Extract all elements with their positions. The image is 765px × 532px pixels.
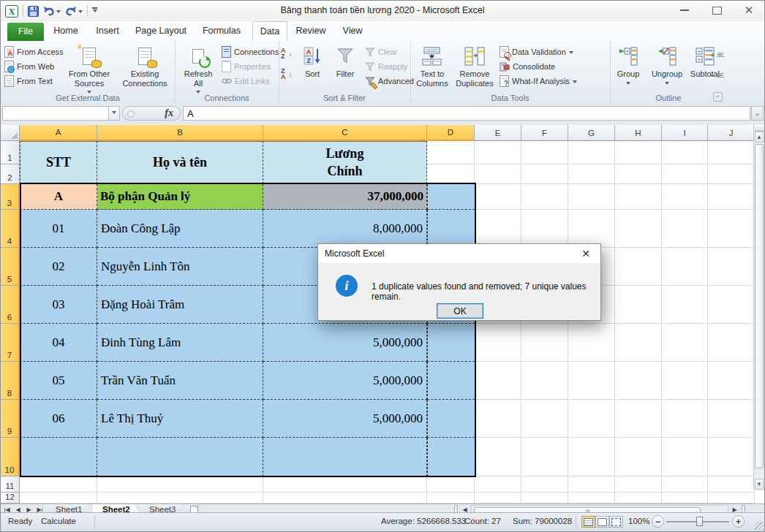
select-all-corner[interactable] bbox=[1, 125, 20, 141]
cell-A7[interactable]: 04 bbox=[20, 324, 97, 362]
cell-D3[interactable] bbox=[427, 184, 475, 210]
cell-C7[interactable]: 5,000,000 bbox=[263, 324, 427, 362]
tab-page-layout[interactable]: Page Layout bbox=[129, 21, 192, 40]
cell-C10[interactable] bbox=[263, 438, 427, 476]
cell-A1-header[interactable]: STT bbox=[20, 141, 97, 184]
zoom-in-button[interactable]: + bbox=[732, 515, 745, 528]
vertical-split-handle[interactable] bbox=[755, 125, 764, 132]
row-header-6[interactable]: 6 bbox=[1, 286, 20, 324]
row-header-2[interactable]: 2 bbox=[1, 164, 20, 184]
sort-button[interactable]: AZ Sort bbox=[298, 44, 327, 99]
column-header-J[interactable]: J bbox=[708, 125, 755, 141]
filter-button[interactable]: Filter bbox=[330, 44, 361, 99]
cell-A8[interactable]: 05 bbox=[20, 362, 97, 400]
cell-A5[interactable]: 02 bbox=[20, 248, 97, 286]
tab-file[interactable]: File bbox=[7, 23, 44, 41]
maximize-button[interactable] bbox=[709, 4, 725, 17]
cell-D8[interactable] bbox=[427, 362, 475, 400]
worksheet-grid[interactable]: STT Họ và tên Lương Chính ABộ phận Quản … bbox=[20, 141, 755, 503]
cell-D10[interactable] bbox=[427, 438, 475, 476]
column-header-I[interactable]: I bbox=[662, 125, 708, 141]
tab-review[interactable]: Review bbox=[292, 21, 330, 40]
column-header-E[interactable]: E bbox=[475, 125, 521, 141]
resize-grip[interactable] bbox=[755, 522, 764, 531]
tab-data[interactable]: Data bbox=[252, 21, 287, 42]
scroll-down-button[interactable]: ▼ bbox=[755, 479, 764, 490]
cell-B7[interactable]: Đinh Tùng Lâm bbox=[97, 324, 263, 362]
dialog-close-button[interactable]: ✕ bbox=[571, 244, 600, 263]
cell-C4[interactable]: 8,000,000 bbox=[263, 210, 427, 248]
cell-A9[interactable]: 06 bbox=[20, 400, 97, 438]
tab-insert[interactable]: Insert bbox=[90, 21, 125, 40]
reapply-filter-button[interactable]: Reapply bbox=[365, 60, 407, 73]
from-text-button[interactable]: From Text bbox=[4, 75, 53, 88]
status-calculate[interactable]: Calculate bbox=[41, 517, 76, 525]
cell-D9[interactable] bbox=[427, 400, 475, 438]
cell-C3[interactable]: 37,000,000 bbox=[263, 184, 427, 210]
cell-D4[interactable] bbox=[427, 210, 475, 248]
outline-dialog-launcher[interactable]: ⌐ bbox=[713, 92, 723, 102]
cell-B9[interactable]: Lê Thị Thuỷ bbox=[97, 400, 263, 438]
dialog-ok-button[interactable]: OK bbox=[437, 303, 483, 319]
row-header-8[interactable]: 8 bbox=[1, 362, 20, 400]
consolidate-button[interactable]: Consolidate bbox=[500, 60, 555, 73]
zoom-slider-thumb[interactable] bbox=[696, 517, 703, 526]
close-button[interactable]: ✕ bbox=[741, 4, 757, 17]
vertical-scrollbar[interactable]: ▲ ▼ bbox=[753, 125, 764, 490]
column-header-B[interactable]: B bbox=[97, 125, 263, 141]
clear-filter-button[interactable]: Clear bbox=[365, 45, 397, 58]
tab-home[interactable]: Home bbox=[49, 21, 83, 40]
minimize-button[interactable] bbox=[677, 4, 693, 17]
tab-view[interactable]: View bbox=[336, 21, 369, 40]
what-if-analysis-button[interactable]: ? What-If Analysis bbox=[500, 75, 577, 88]
insert-function-button[interactable]: fx bbox=[122, 106, 181, 121]
vertical-scroll-thumb[interactable] bbox=[755, 144, 764, 468]
tab-formulas[interactable]: Formulas bbox=[195, 21, 248, 40]
properties-button[interactable]: Properties bbox=[222, 60, 271, 73]
cell-C1-header[interactable]: Lương Chính bbox=[263, 141, 427, 184]
column-header-D[interactable]: D bbox=[427, 125, 475, 141]
row-header-7[interactable]: 7 bbox=[1, 324, 20, 362]
from-access-button[interactable]: A From Access bbox=[4, 45, 64, 58]
data-validation-button[interactable]: Data Validation bbox=[500, 45, 573, 58]
row-header-4[interactable]: 4 bbox=[1, 210, 20, 248]
advanced-filter-button[interactable]: Advanced bbox=[365, 75, 414, 88]
name-box-dropdown[interactable] bbox=[109, 106, 120, 121]
cell-B8[interactable]: Trần Văn Tuấn bbox=[97, 362, 263, 400]
cell-D7[interactable] bbox=[427, 324, 475, 362]
normal-view-button[interactable] bbox=[581, 516, 595, 528]
row-header-12[interactable]: 12 bbox=[1, 493, 20, 503]
hide-detail-button[interactable]: − bbox=[710, 69, 724, 82]
row-header-1[interactable]: 1 bbox=[1, 141, 20, 164]
connections-button[interactable]: Connections bbox=[222, 45, 279, 58]
page-layout-view-button[interactable] bbox=[595, 516, 609, 528]
from-other-sources-button[interactable]: ✳ From Other Sources bbox=[65, 44, 113, 99]
ungroup-button[interactable]: Ungroup bbox=[648, 44, 686, 99]
page-break-view-button[interactable] bbox=[609, 516, 623, 528]
cell-C9[interactable]: 5,000,000 bbox=[263, 400, 427, 438]
column-header-A[interactable]: A bbox=[20, 125, 97, 141]
cell-B6[interactable]: Đặng Hoài Trâm bbox=[97, 286, 263, 324]
show-detail-button[interactable]: + bbox=[710, 48, 724, 61]
cell-B1-header[interactable]: Họ và tên bbox=[97, 141, 263, 184]
sort-z-to-a-button[interactable]: ZA↓ bbox=[281, 67, 293, 80]
cell-B4[interactable]: Đoàn Công Lập bbox=[97, 210, 263, 248]
remove-duplicates-button[interactable]: Remove Duplicates bbox=[454, 44, 495, 99]
column-header-C[interactable]: C bbox=[263, 125, 427, 141]
cell-A6[interactable]: 03 bbox=[20, 286, 97, 324]
row-header-11[interactable]: 11 bbox=[1, 476, 20, 493]
cell-A3[interactable]: A bbox=[20, 184, 97, 210]
text-to-columns-button[interactable]: Text to Columns bbox=[413, 44, 451, 99]
name-box[interactable] bbox=[2, 106, 109, 121]
cell-A10[interactable] bbox=[20, 438, 97, 476]
existing-connections-button[interactable]: Existing Connections bbox=[118, 44, 172, 99]
expand-formula-bar-button[interactable]: ⌄ bbox=[751, 106, 764, 121]
column-header-H[interactable]: H bbox=[615, 125, 662, 141]
zoom-level[interactable]: 100% bbox=[628, 517, 649, 525]
column-header-G[interactable]: G bbox=[568, 125, 615, 141]
row-header-10[interactable]: 10 bbox=[1, 438, 20, 476]
cell-A4[interactable]: 01 bbox=[20, 210, 97, 248]
cell-B10[interactable] bbox=[97, 438, 263, 476]
cell-B3[interactable]: Bộ phận Quản lý bbox=[97, 184, 263, 210]
edit-links-button[interactable]: Edit Links bbox=[222, 75, 270, 88]
